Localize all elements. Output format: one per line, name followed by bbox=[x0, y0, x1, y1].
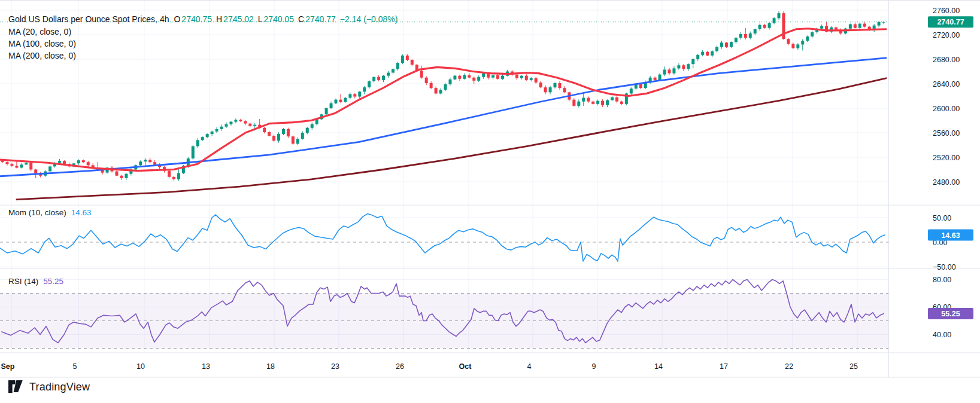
rsi-band bbox=[0, 242, 888, 349]
momentum bbox=[0, 213, 885, 261]
ma100-line bbox=[0, 58, 886, 176]
tradingview-wordmark: TradingView bbox=[29, 381, 90, 393]
ma200-line bbox=[17, 78, 886, 200]
momentum-line bbox=[0, 213, 885, 261]
time-axis[interactable] bbox=[0, 353, 889, 377]
tradingview-mark-icon bbox=[8, 380, 24, 393]
ma200 bbox=[17, 78, 886, 200]
tradingview-logo[interactable]: TradingView bbox=[8, 380, 90, 393]
tradingview-chart-widget: 2760.002720.002680.002640.002600.002560.… bbox=[0, 0, 980, 403]
chart-canvas[interactable]: 2760.002720.002680.002640.002600.002560.… bbox=[0, 0, 980, 403]
ma100 bbox=[0, 58, 886, 176]
ma20 bbox=[0, 29, 886, 171]
price-axis[interactable] bbox=[889, 0, 980, 353]
candles-layer bbox=[1, 11, 885, 181]
ma20-line bbox=[0, 29, 886, 171]
